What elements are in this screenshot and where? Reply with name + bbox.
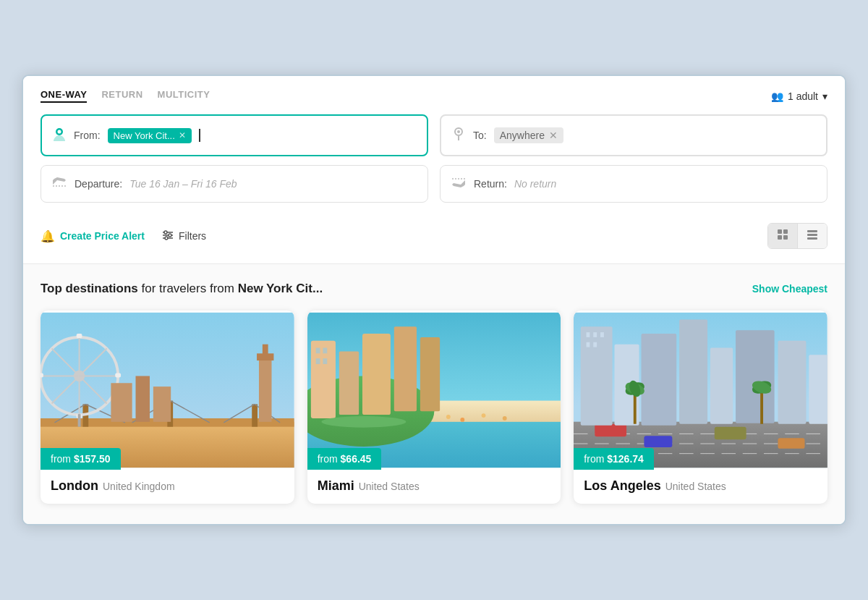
miami-country: United States bbox=[359, 481, 420, 492]
filter-icon bbox=[162, 230, 174, 242]
svg-rect-54 bbox=[420, 337, 440, 411]
svg-rect-86 bbox=[594, 342, 597, 347]
anywhere-tag: Anywhere ✕ bbox=[494, 127, 563, 143]
tabs-row: ONE-WAY RETURN MULTICITY 👥 1 adult ▾ bbox=[41, 89, 827, 103]
svg-rect-76 bbox=[642, 334, 677, 426]
svg-rect-39 bbox=[78, 414, 81, 427]
passengers-icon: 👥 bbox=[771, 90, 783, 102]
show-cheapest-button[interactable]: Show Cheapest bbox=[752, 283, 827, 295]
svg-rect-45 bbox=[263, 345, 268, 358]
price-alert-button[interactable]: 🔔 Create Price Alert bbox=[41, 229, 145, 243]
passengers-selector[interactable]: 👥 1 adult ▾ bbox=[771, 90, 827, 102]
title-middle: for travelers from bbox=[138, 282, 238, 295]
svg-rect-84 bbox=[600, 332, 604, 337]
miami-price-badge: from $66.45 bbox=[307, 448, 382, 470]
chevron-down-icon: ▾ bbox=[822, 90, 827, 102]
departure-field[interactable]: Departure: Tue 16 Jan – Fri 16 Feb bbox=[41, 165, 428, 203]
la-from-text: from bbox=[584, 453, 607, 465]
filters-button[interactable]: Filters bbox=[162, 230, 206, 242]
la-image: from $126.74 bbox=[574, 310, 827, 470]
svg-rect-85 bbox=[587, 342, 590, 347]
svg-point-61 bbox=[460, 418, 464, 422]
svg-rect-53 bbox=[393, 326, 416, 411]
destinations-section: Top destinations for travelers from New … bbox=[23, 264, 845, 524]
svg-rect-43 bbox=[259, 355, 272, 422]
return-plane-icon bbox=[451, 176, 467, 193]
la-card[interactable]: from $126.74 Los AngelesUnited States bbox=[574, 310, 827, 504]
action-left: 🔔 Create Price Alert Fi bbox=[41, 229, 206, 243]
svg-rect-91 bbox=[760, 389, 763, 424]
to-label: To: bbox=[473, 130, 487, 141]
svg-point-3 bbox=[457, 130, 460, 133]
svg-rect-41 bbox=[136, 376, 150, 422]
from-field[interactable]: From: New York Cit... ✕ bbox=[41, 114, 428, 156]
svg-rect-52 bbox=[362, 334, 391, 415]
destinations-header: Top destinations for travelers from New … bbox=[41, 282, 827, 296]
miami-from-text: from bbox=[318, 453, 341, 465]
svg-rect-77 bbox=[679, 320, 707, 424]
svg-rect-38 bbox=[115, 373, 121, 378]
svg-rect-56 bbox=[323, 348, 327, 354]
miami-city: Miami bbox=[318, 478, 354, 493]
miami-card[interactable]: from $66.45 MiamiUnited States bbox=[307, 310, 561, 504]
tab-multicity[interactable]: MULTICITY bbox=[158, 89, 210, 103]
return-field[interactable]: Return: No return bbox=[440, 165, 827, 203]
from-city-text: New York Cit... bbox=[114, 130, 175, 141]
location-pin-icon bbox=[52, 126, 67, 145]
svg-rect-15 bbox=[807, 234, 817, 236]
cursor bbox=[199, 129, 200, 142]
date-fields-row: Departure: Tue 16 Jan – Fri 16 Feb Retur… bbox=[41, 165, 827, 203]
la-info: Los AngelesUnited States bbox=[574, 470, 827, 504]
svg-rect-40 bbox=[111, 383, 132, 422]
svg-rect-42 bbox=[153, 386, 171, 422]
la-price: $126.74 bbox=[607, 453, 644, 465]
list-view-button[interactable] bbox=[798, 224, 827, 248]
svg-rect-37 bbox=[41, 373, 43, 378]
departure-value: Tue 16 Jan – Fri 16 Feb bbox=[129, 178, 237, 190]
svg-rect-73 bbox=[778, 438, 805, 449]
svg-rect-51 bbox=[339, 351, 359, 415]
london-card[interactable]: from $157.50 LondonUnited Kingdom bbox=[41, 310, 294, 504]
destination-pin-icon bbox=[451, 126, 466, 145]
tab-return[interactable]: RETURN bbox=[101, 89, 142, 103]
svg-point-9 bbox=[165, 237, 168, 240]
svg-rect-58 bbox=[323, 358, 327, 364]
svg-point-63 bbox=[502, 416, 506, 421]
svg-rect-70 bbox=[595, 424, 627, 437]
title-bold-1: Top destinations bbox=[41, 282, 138, 295]
grid-view-button[interactable] bbox=[768, 224, 798, 248]
tab-one-way[interactable]: ONE-WAY bbox=[41, 89, 87, 103]
svg-rect-80 bbox=[778, 341, 807, 424]
svg-rect-82 bbox=[587, 332, 590, 337]
to-clear-button[interactable]: ✕ bbox=[549, 130, 558, 141]
london-price: $157.50 bbox=[74, 453, 111, 465]
svg-rect-22 bbox=[252, 404, 258, 426]
svg-rect-35 bbox=[77, 334, 82, 338]
return-value: No return bbox=[514, 178, 556, 190]
london-country: United Kingdom bbox=[103, 481, 175, 492]
svg-point-1 bbox=[58, 130, 61, 133]
miami-price: $66.45 bbox=[341, 453, 372, 465]
london-price-badge: from $157.50 bbox=[41, 448, 121, 470]
svg-rect-74 bbox=[581, 326, 613, 425]
svg-rect-13 bbox=[783, 235, 788, 240]
svg-point-62 bbox=[481, 413, 485, 418]
destinations-title: Top destinations for travelers from New … bbox=[41, 282, 323, 296]
title-city: New York Cit... bbox=[238, 282, 323, 295]
return-label: Return: bbox=[474, 178, 507, 190]
from-to-row: From: New York Cit... ✕ To: bbox=[41, 114, 827, 156]
london-image: from $157.50 bbox=[41, 310, 294, 470]
from-value-tag: New York Cit... ✕ bbox=[108, 128, 192, 143]
to-field[interactable]: To: Anywhere ✕ bbox=[440, 114, 827, 156]
svg-rect-12 bbox=[778, 235, 782, 240]
passengers-label: 1 adult bbox=[788, 90, 818, 102]
miami-info: MiamiUnited States bbox=[307, 470, 561, 504]
svg-rect-11 bbox=[783, 229, 788, 234]
from-clear-button[interactable]: ✕ bbox=[179, 130, 186, 140]
view-toggles bbox=[767, 223, 827, 249]
tabs: ONE-WAY RETURN MULTICITY bbox=[41, 89, 210, 103]
svg-rect-57 bbox=[315, 358, 320, 364]
london-info: LondonUnited Kingdom bbox=[41, 470, 294, 504]
app-container: ONE-WAY RETURN MULTICITY 👥 1 adult ▾ bbox=[22, 75, 846, 525]
svg-point-7 bbox=[164, 231, 167, 234]
